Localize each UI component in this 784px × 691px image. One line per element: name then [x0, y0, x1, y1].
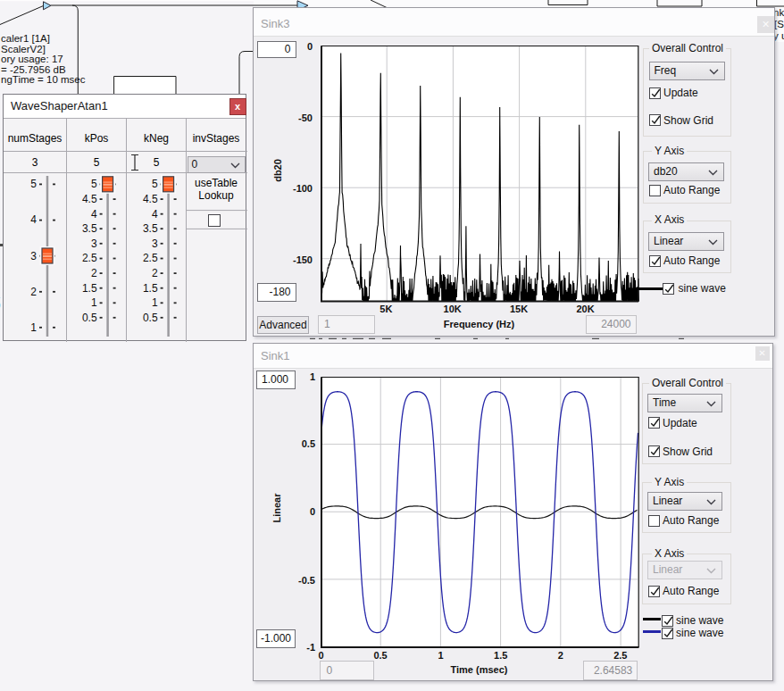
svg-text:1.5: 1.5	[82, 282, 97, 295]
svg-text:4.5: 4.5	[82, 193, 97, 205]
svg-text:3.5: 3.5	[143, 222, 158, 235]
svg-text:5: 5	[91, 178, 97, 190]
svg-text:3: 3	[91, 237, 97, 250]
svg-text:1: 1	[30, 321, 37, 334]
svg-text:3: 3	[30, 250, 37, 262]
svg-text:ngTime = 10 msec: ngTime = 10 msec	[1, 74, 86, 85]
svg-text:2: 2	[91, 267, 97, 279]
svg-text:[S: [S	[774, 19, 784, 29]
svg-text:caler1 [1A]: caler1 [1A]	[1, 33, 50, 44]
svg-text:1: 1	[91, 296, 97, 309]
svg-text:0.5: 0.5	[82, 312, 97, 324]
svg-text:ory usage: 17: ory usage: 17	[1, 54, 63, 64]
svg-text:2: 2	[152, 267, 158, 279]
svg-text:3.5: 3.5	[82, 222, 97, 235]
svg-text:3: 3	[152, 237, 158, 250]
svg-text:ScalerV2]: ScalerV2]	[1, 44, 46, 54]
svg-text:5: 5	[30, 178, 37, 190]
svg-text:2: 2	[30, 286, 37, 298]
svg-text:0.5: 0.5	[143, 312, 158, 324]
svg-text:4: 4	[30, 213, 37, 226]
svg-text:4.5: 4.5	[143, 193, 158, 205]
svg-text:1: 1	[152, 296, 158, 309]
svg-text:5: 5	[152, 178, 158, 190]
svg-text:2.5: 2.5	[82, 252, 97, 264]
svg-text:1.5: 1.5	[143, 282, 158, 295]
svg-text:4: 4	[152, 208, 158, 221]
svg-text:4: 4	[91, 208, 97, 221]
svg-text:= -25.7956 dB: = -25.7956 dB	[1, 64, 66, 75]
svg-text:2.5: 2.5	[143, 252, 158, 264]
